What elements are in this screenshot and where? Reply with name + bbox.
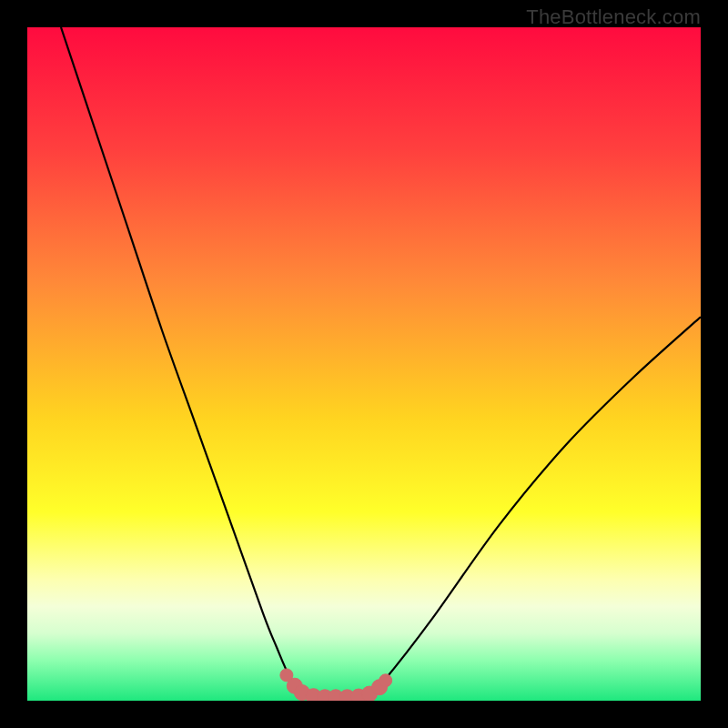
flat-region-markers	[280, 669, 392, 701]
bottleneck-curve	[61, 27, 701, 697]
watermark-text: TheBottleneck.com	[526, 5, 701, 29]
curve-layer	[27, 27, 701, 701]
chart-frame: TheBottleneck.com	[0, 0, 728, 728]
marker-dot	[379, 674, 392, 687]
plot-area	[27, 27, 701, 701]
